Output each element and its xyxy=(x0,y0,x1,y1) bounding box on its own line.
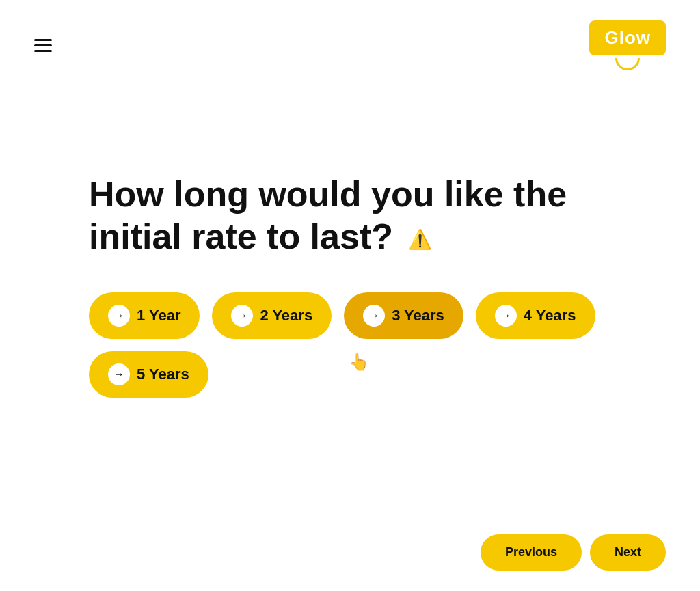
menu-button[interactable] xyxy=(34,39,52,52)
option-label-5: 5 Years xyxy=(137,366,189,383)
option-label-4: 4 Years xyxy=(524,307,576,325)
option-label-3: 3 Years xyxy=(392,307,444,325)
option-btn-1-year[interactable]: →1 Year xyxy=(89,292,200,339)
arrow-icon-3: → xyxy=(363,305,385,327)
arrow-icon-2: → xyxy=(231,305,253,327)
logo-smile xyxy=(615,58,640,70)
option-btn-2-year[interactable]: →2 Years xyxy=(212,292,332,339)
next-button[interactable]: Next xyxy=(590,534,666,571)
main-content: How long would you like the initial rate… xyxy=(0,91,700,398)
option-btn-5-year[interactable]: →5 Years xyxy=(89,351,208,398)
option-btn-4-year[interactable]: →4 Years xyxy=(476,292,595,339)
logo-text: Glow xyxy=(604,27,651,48)
arrow-icon-1: → xyxy=(108,305,130,327)
warning-icon: ⚠️ xyxy=(408,228,432,251)
header: Glow xyxy=(0,0,700,91)
logo: Glow xyxy=(589,20,666,70)
options-row: →1 Year→2 Years→3 Years→4 Years→5 Years xyxy=(89,292,611,398)
footer-nav: Previous Next xyxy=(481,534,666,571)
option-label-2: 2 Years xyxy=(260,307,312,325)
arrow-icon-4: → xyxy=(495,305,517,327)
logo-badge: Glow xyxy=(589,20,666,55)
previous-button[interactable]: Previous xyxy=(481,534,582,571)
option-label-1: 1 Year xyxy=(137,307,180,325)
arrow-icon-5: → xyxy=(108,363,130,385)
question-title: How long would you like the initial rate… xyxy=(89,173,602,258)
option-btn-3-year[interactable]: →3 Years xyxy=(344,292,463,339)
